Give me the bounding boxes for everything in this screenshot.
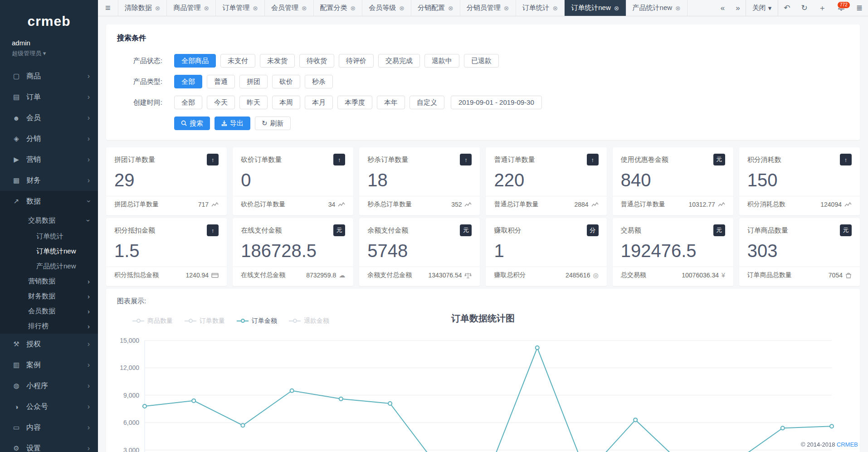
notifications-button[interactable]: 772 [832, 0, 851, 16]
data-point-marker[interactable] [290, 389, 294, 393]
stats-card: 积分消耗数↑ 150 积分消耗总数124094 [739, 147, 860, 215]
filter-status-unpaid[interactable]: 未支付 [220, 54, 255, 68]
tab-close-icon[interactable]: ⊗ [448, 5, 454, 12]
sidebar-item-marketing[interactable]: ▶营销› [0, 149, 98, 170]
tab-close-icon[interactable]: ⊗ [504, 5, 509, 12]
sidebar-item-ranking[interactable]: 排行榜› [0, 319, 98, 334]
filter-type-normal[interactable]: 普通 [207, 75, 235, 88]
tab-member-level[interactable]: 会员等级⊗ [362, 0, 411, 16]
tab-close-icon[interactable]: ⊗ [204, 5, 209, 12]
chevron-right-icon: › [88, 72, 90, 80]
filter-status-completed[interactable]: 交易完成 [378, 54, 420, 68]
sidebar-item-members[interactable]: ☻会员› [0, 107, 98, 128]
refresh-page-button[interactable]: ↻ [796, 0, 813, 16]
tab-clear-data[interactable]: 清除数据⊗ [118, 0, 167, 16]
filter-time-today[interactable]: 今天 [207, 96, 235, 109]
tab-order-stats[interactable]: 订单统计⊗ [516, 0, 565, 16]
tab-order-stats-new[interactable]: 订单统计new⊗ [565, 0, 626, 16]
card-foot-label: 在线支付总金额 [241, 271, 285, 279]
sidebar-item-marketing-data[interactable]: 营销数据› [0, 274, 98, 289]
sidebar-item-finance-data[interactable]: 财务数据› [0, 289, 98, 304]
filter-time-this-month[interactable]: 本月 [305, 96, 333, 109]
data-point-marker[interactable] [634, 418, 637, 422]
sidebar-item-official-account[interactable]: ◑公众号› [0, 396, 98, 417]
tab-close-icon[interactable]: ⊗ [302, 5, 307, 12]
filter-time-this-week[interactable]: 本周 [272, 96, 300, 109]
tab-member-manage[interactable]: 会员管理⊗ [265, 0, 314, 16]
sidebar-item-product-stats-new[interactable]: 产品统计new [0, 259, 98, 274]
tab-product-manage[interactable]: 商品管理⊗ [167, 0, 216, 16]
sidebar-item-trade-data[interactable]: 交易数据› [0, 212, 98, 229]
tab-product-stats-new[interactable]: 产品统计new⊗ [626, 0, 688, 16]
card-foot-label: 余额支付总金额 [367, 271, 412, 279]
date-range-input[interactable]: 2019-09-01 - 2019-09-30 [451, 96, 542, 109]
filter-status-refunding[interactable]: 退款中 [424, 54, 459, 68]
tab-distribution-config[interactable]: 分销配置⊗ [411, 0, 460, 16]
tab-close-icon[interactable]: ⊗ [253, 5, 258, 12]
filter-time-this-year[interactable]: 本年 [377, 96, 405, 109]
tab-order-manage[interactable]: 订单管理⊗ [216, 0, 265, 16]
filter-status-awaiting-receipt[interactable]: 待收货 [299, 54, 334, 68]
user-role-dropdown[interactable]: 超级管理员 ▾ [12, 49, 86, 58]
refresh-button[interactable]: ↻ 刷新 [255, 117, 291, 130]
sidebar-item-member-data[interactable]: 会员数据› [0, 304, 98, 319]
data-point-marker[interactable] [830, 424, 834, 428]
undo-button[interactable]: ↶ [778, 0, 795, 16]
scroll-tabs-left-button[interactable]: « [715, 0, 730, 16]
sidebar-item-order-stats-new[interactable]: 订单统计new [0, 244, 98, 259]
sidebar-item-content[interactable]: ▭内容› [0, 417, 98, 438]
tab-close-icon[interactable]: ⊗ [351, 5, 356, 12]
filter-status-unshipped[interactable]: 未发货 [260, 54, 295, 68]
filter-type-bargain[interactable]: 砍价 [272, 75, 300, 88]
sidebar-item-order-stats[interactable]: 订单统计 [0, 229, 98, 244]
card-foot-label: 积分消耗总数 [747, 200, 785, 209]
tab-close-icon[interactable]: ⊗ [675, 5, 681, 12]
filter-time-yesterday[interactable]: 昨天 [239, 96, 268, 109]
filter-status-refunded[interactable]: 已退款 [464, 54, 499, 68]
sidebar-item-cases[interactable]: ▥案例› [0, 355, 98, 375]
sidebar-item-distribution[interactable]: ◈分销› [0, 128, 98, 149]
filter-time-custom[interactable]: 自定义 [410, 96, 444, 109]
filter-type-all[interactable]: 全部 [174, 75, 202, 88]
filter-type-group-buy[interactable]: 拼团 [239, 75, 268, 88]
close-tabs-dropdown[interactable]: 关闭▾ [746, 0, 779, 16]
tab-config-category[interactable]: 配置分类⊗ [314, 0, 363, 16]
tab-close-icon[interactable]: ⊗ [553, 5, 558, 12]
sidebar-item-goods[interactable]: ▢商品› [0, 66, 98, 87]
search-button[interactable]: 搜索 [174, 117, 210, 130]
sidebar-item-finance[interactable]: ▦财务› [0, 170, 98, 191]
more-menu-button[interactable]: ≣ [851, 0, 868, 16]
data-point-marker[interactable] [143, 404, 146, 408]
sidebar-item-data[interactable]: ↗数据› [0, 191, 98, 212]
tab-distributor-manage[interactable]: 分销员管理⊗ [460, 0, 516, 16]
crmeb-link[interactable]: CRMEB [837, 441, 858, 448]
hamburger-icon: ≡ [105, 3, 111, 13]
filter-type-seckill[interactable]: 秒杀 [305, 75, 333, 88]
data-point-marker[interactable] [388, 402, 392, 405]
sidebar-item-orders[interactable]: ▤订单› [0, 87, 98, 107]
card-title: 在线支付金额 [241, 226, 282, 235]
scroll-tabs-right-button[interactable]: » [730, 0, 745, 16]
card-title: 余额支付金额 [367, 226, 408, 235]
filter-time-this-quarter[interactable]: 本季度 [337, 96, 372, 109]
sidebar-item-mini-program[interactable]: ◍小程序› [0, 375, 98, 396]
data-point-marker[interactable] [241, 423, 244, 427]
filter-status-awaiting-review[interactable]: 待评价 [339, 54, 374, 68]
fullscreen-button[interactable]: ＋ [813, 0, 832, 16]
sidebar-item-authorization[interactable]: ⚒授权› [0, 334, 98, 355]
card-title: 砍价订单数量 [241, 156, 282, 164]
collapse-sidebar-button[interactable]: ≡ [98, 0, 118, 16]
filter-status-all[interactable]: 全部商品 [174, 54, 216, 68]
send-icon: ▶ [12, 156, 21, 164]
data-point-marker[interactable] [781, 426, 785, 430]
data-point-marker[interactable] [339, 397, 343, 401]
data-point-marker[interactable] [536, 346, 539, 350]
sidebar-item-settings[interactable]: ⚙设置› [0, 438, 98, 452]
filter-time-all[interactable]: 全部 [174, 96, 202, 109]
tab-close-icon[interactable]: ⊗ [399, 5, 405, 12]
export-button[interactable]: 导出 [215, 117, 250, 130]
data-point-marker[interactable] [192, 399, 195, 403]
tab-close-icon[interactable]: ⊗ [155, 5, 161, 12]
tab-close-icon[interactable]: ⊗ [614, 5, 619, 12]
stats-card: 拼团订单数量↑ 29 拼团总订单数量717 [106, 147, 227, 215]
